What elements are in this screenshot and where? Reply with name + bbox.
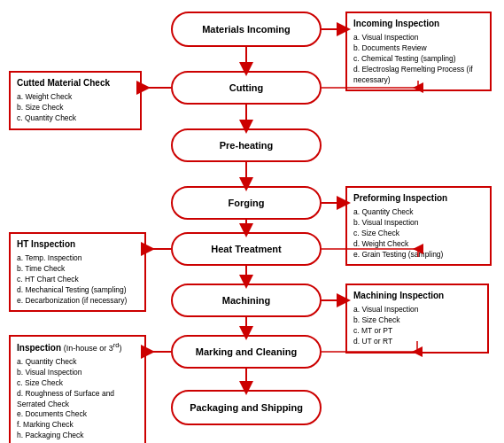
process-cutting: Cutting (171, 71, 322, 105)
process-forging: Forging (171, 186, 322, 220)
ht-inspection-items: a. Temp. Inspection b. Time Check c. HT … (17, 253, 138, 306)
process-materials-incoming: Materials Incoming (171, 12, 322, 47)
preforming-inspection-items: a. Quantity Check b. Visual Inspection c… (353, 207, 484, 260)
machining-inspection-items: a. Visual Inspection b. Size Check c. MT… (353, 305, 481, 347)
machining-inspection-title: Machining Inspection (353, 290, 481, 302)
cutted-material-title: Cutted Material Check (17, 77, 134, 89)
ht-inspection-box: HT Inspection a. Temp. Inspection b. Tim… (9, 232, 146, 312)
final-inspection-items: a. Quantity Check b. Visual Inspection c… (17, 357, 138, 441)
process-pre-heating: Pre-heating (171, 128, 322, 162)
process-marking-cleaning: Marking and Cleaning (171, 335, 322, 369)
preforming-inspection-title: Preforming Inspection (353, 192, 484, 205)
final-inspection-box: Inspection (In-house or 3rd) a. Quantity… (9, 335, 146, 443)
final-inspection-title: Inspection (In-house or 3rd) (17, 341, 138, 354)
process-packaging: Packaging and Shipping (171, 390, 322, 425)
process-machining: Machining (171, 284, 322, 317)
machining-inspection-box: Machining Inspection a. Visual Inspectio… (345, 284, 489, 354)
incoming-inspection-items: a. Visual Inspection b. Documents Review… (353, 33, 484, 85)
process-heat-treatment: Heat Treatment (171, 232, 322, 266)
incoming-inspection-title: Incoming Inspection (353, 18, 484, 30)
cutted-material-check-box: Cutted Material Check a. Weight Check b.… (9, 71, 142, 130)
ht-inspection-title: HT Inspection (17, 238, 138, 251)
flow-diagram: Materials Incoming Cutting Pre-heating F… (0, 0, 504, 443)
preforming-inspection-box: Preforming Inspection a. Quantity Check … (345, 186, 492, 266)
cutted-material-items: a. Weight Check b. Size Check c. Quantit… (17, 92, 134, 124)
incoming-inspection-box: Incoming Inspection a. Visual Inspection… (345, 12, 492, 91)
